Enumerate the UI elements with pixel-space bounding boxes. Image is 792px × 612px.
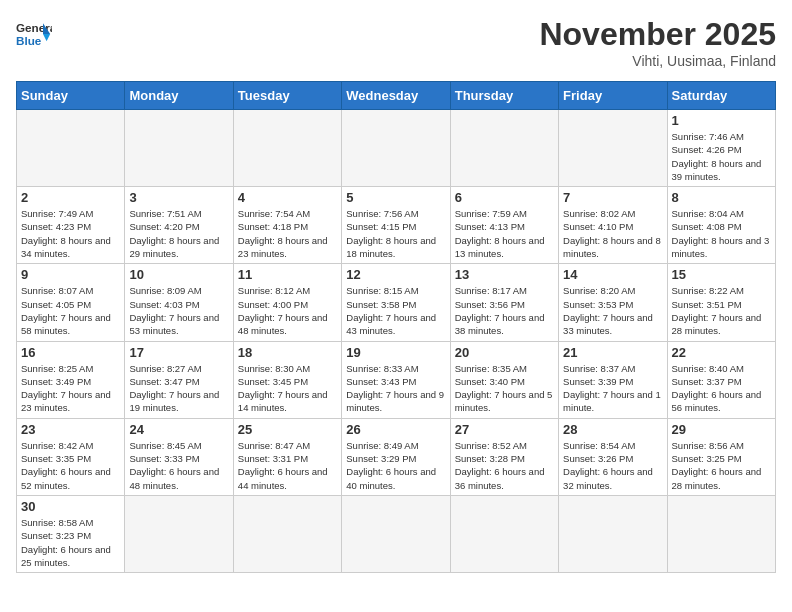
day-9: 9 Sunrise: 8:07 AMSunset: 4:05 PMDayligh…: [17, 264, 125, 341]
empty-cell: [125, 110, 233, 187]
day-4: 4 Sunrise: 7:54 AMSunset: 4:18 PMDayligh…: [233, 187, 341, 264]
empty-cell: [450, 110, 558, 187]
weekday-header-row: Sunday Monday Tuesday Wednesday Thursday…: [17, 82, 776, 110]
day-14: 14 Sunrise: 8:20 AMSunset: 3:53 PMDaylig…: [559, 264, 667, 341]
day-30: 30 Sunrise: 8:58 AMSunset: 3:23 PMDaylig…: [17, 495, 125, 572]
day-19: 19 Sunrise: 8:33 AMSunset: 3:43 PMDaylig…: [342, 341, 450, 418]
week-row-5: 23 Sunrise: 8:42 AMSunset: 3:35 PMDaylig…: [17, 418, 776, 495]
empty-cell: [17, 110, 125, 187]
day-28: 28 Sunrise: 8:54 AMSunset: 3:26 PMDaylig…: [559, 418, 667, 495]
empty-cell: [125, 495, 233, 572]
day-25: 25 Sunrise: 8:47 AMSunset: 3:31 PMDaylig…: [233, 418, 341, 495]
week-row-6: 30 Sunrise: 8:58 AMSunset: 3:23 PMDaylig…: [17, 495, 776, 572]
empty-cell: [342, 495, 450, 572]
day-3: 3 Sunrise: 7:51 AMSunset: 4:20 PMDayligh…: [125, 187, 233, 264]
day-11: 11 Sunrise: 8:12 AMSunset: 4:00 PMDaylig…: [233, 264, 341, 341]
day-12: 12 Sunrise: 8:15 AMSunset: 3:58 PMDaylig…: [342, 264, 450, 341]
day-27: 27 Sunrise: 8:52 AMSunset: 3:28 PMDaylig…: [450, 418, 558, 495]
day-5: 5 Sunrise: 7:56 AMSunset: 4:15 PMDayligh…: [342, 187, 450, 264]
day-number: 1: [672, 113, 771, 128]
svg-text:Blue: Blue: [16, 34, 42, 47]
day-7: 7 Sunrise: 8:02 AMSunset: 4:10 PMDayligh…: [559, 187, 667, 264]
title-section: November 2025 Vihti, Uusimaa, Finland: [539, 16, 776, 69]
header-saturday: Saturday: [667, 82, 775, 110]
header-thursday: Thursday: [450, 82, 558, 110]
day-21: 21 Sunrise: 8:37 AMSunset: 3:39 PMDaylig…: [559, 341, 667, 418]
day-18: 18 Sunrise: 8:30 AMSunset: 3:45 PMDaylig…: [233, 341, 341, 418]
week-row-4: 16 Sunrise: 8:25 AMSunset: 3:49 PMDaylig…: [17, 341, 776, 418]
empty-cell: [450, 495, 558, 572]
empty-cell: [667, 495, 775, 572]
header-wednesday: Wednesday: [342, 82, 450, 110]
header-sunday: Sunday: [17, 82, 125, 110]
day-16: 16 Sunrise: 8:25 AMSunset: 3:49 PMDaylig…: [17, 341, 125, 418]
empty-cell: [342, 110, 450, 187]
day-17: 17 Sunrise: 8:27 AMSunset: 3:47 PMDaylig…: [125, 341, 233, 418]
logo-icon: General Blue: [16, 16, 52, 52]
day-8: 8 Sunrise: 8:04 AMSunset: 4:08 PMDayligh…: [667, 187, 775, 264]
header-friday: Friday: [559, 82, 667, 110]
empty-cell: [559, 110, 667, 187]
calendar-table: Sunday Monday Tuesday Wednesday Thursday…: [16, 81, 776, 573]
day-6: 6 Sunrise: 7:59 AMSunset: 4:13 PMDayligh…: [450, 187, 558, 264]
day-24: 24 Sunrise: 8:45 AMSunset: 3:33 PMDaylig…: [125, 418, 233, 495]
location-subtitle: Vihti, Uusimaa, Finland: [539, 53, 776, 69]
empty-cell: [559, 495, 667, 572]
week-row-3: 9 Sunrise: 8:07 AMSunset: 4:05 PMDayligh…: [17, 264, 776, 341]
day-26: 26 Sunrise: 8:49 AMSunset: 3:29 PMDaylig…: [342, 418, 450, 495]
day-23: 23 Sunrise: 8:42 AMSunset: 3:35 PMDaylig…: [17, 418, 125, 495]
month-title: November 2025: [539, 16, 776, 53]
day-15: 15 Sunrise: 8:22 AMSunset: 3:51 PMDaylig…: [667, 264, 775, 341]
header-monday: Monday: [125, 82, 233, 110]
day-2: 2 Sunrise: 7:49 AMSunset: 4:23 PMDayligh…: [17, 187, 125, 264]
empty-cell: [233, 495, 341, 572]
header-tuesday: Tuesday: [233, 82, 341, 110]
week-row-2: 2 Sunrise: 7:49 AMSunset: 4:23 PMDayligh…: [17, 187, 776, 264]
day-10: 10 Sunrise: 8:09 AMSunset: 4:03 PMDaylig…: [125, 264, 233, 341]
week-row-1: 1 Sunrise: 7:46 AMSunset: 4:26 PMDayligh…: [17, 110, 776, 187]
empty-cell: [233, 110, 341, 187]
day-info: Sunrise: 7:46 AMSunset: 4:26 PMDaylight:…: [672, 130, 771, 183]
day-1: 1 Sunrise: 7:46 AMSunset: 4:26 PMDayligh…: [667, 110, 775, 187]
day-22: 22 Sunrise: 8:40 AMSunset: 3:37 PMDaylig…: [667, 341, 775, 418]
day-20: 20 Sunrise: 8:35 AMSunset: 3:40 PMDaylig…: [450, 341, 558, 418]
logo: General Blue: [16, 16, 52, 52]
page-header: General Blue November 2025 Vihti, Uusima…: [16, 16, 776, 69]
day-29: 29 Sunrise: 8:56 AMSunset: 3:25 PMDaylig…: [667, 418, 775, 495]
svg-marker-3: [43, 34, 50, 41]
day-13: 13 Sunrise: 8:17 AMSunset: 3:56 PMDaylig…: [450, 264, 558, 341]
